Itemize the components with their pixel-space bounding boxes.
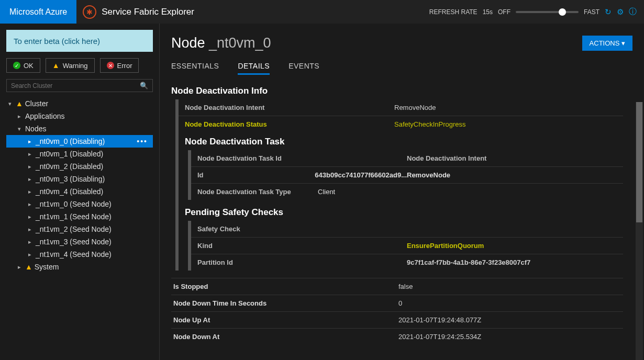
task-id-label: Id [197,171,315,179]
caret-right-icon: ▸ [28,188,36,195]
is-stopped-label: Is Stopped [173,283,398,290]
error-icon: ✕ [107,62,114,69]
deact-task-heading: Node Deactivation Task [185,137,623,147]
safety-kind-value: EnsurePartitionQuorum [407,242,484,250]
tree-node-label: _nt1vm_0 (Seed Node) [36,200,112,208]
ok-icon: ✓ [13,62,20,69]
caret-right-icon: ▸ [28,138,36,145]
scrollbar[interactable] [636,102,643,360]
status-warning-button[interactable]: ▲ Warning [46,58,95,73]
page-title-name: _nt0vm_0 [209,35,271,51]
azure-brand[interactable]: Microsoft Azure [0,0,76,24]
up-at-value: 2021-01-07T19:24:48.077Z [398,316,481,324]
safety-partition-label: Partition Id [197,258,407,266]
status-ok-label: OK [24,62,34,70]
tab-events[interactable]: EVENTS [288,59,319,75]
deact-info-block: Node Deactivation Intent RemoveNode Node… [175,99,623,271]
deact-intent-label: Node Deactivation Intent [185,104,394,111]
caret-right-icon: ▸ [28,176,36,183]
caret-right-icon: ▸ [28,213,36,220]
tree-node-_nt0vm_4[interactable]: ▸_nt0vm_4 (Disabled) [6,185,153,198]
tree-node-label: _nt1vm_1 (Seed Node) [36,212,112,221]
tree-node-_nt0vm_3[interactable]: ▸_nt0vm_3 (Disabling) [6,173,153,185]
sf-logo-icon: ✱ [83,5,96,19]
tree-node-_nt1vm_2[interactable]: ▸_nt1vm_2 (Seed Node) [6,223,153,235]
tab-details[interactable]: DETAILS [238,59,270,75]
tree-node-_nt1vm_4[interactable]: ▸_nt1vm_4 (Seed Node) [6,248,153,261]
sidebar: To enter beta (click here) ✓ OK ▲ Warnin… [0,24,160,360]
tree-node-_nt0vm_1[interactable]: ▸_nt0vm_1 (Disabled) [6,148,153,160]
tree-node-_nt0vm_2[interactable]: ▸_nt0vm_2 (Disabled) [6,160,153,173]
search-cluster[interactable]: 🔍 [6,79,153,92]
nav-tree: ▾ ▲ Cluster ▸ Applications ▾ Nodes ▸_nt0… [6,97,153,273]
tree-node-_nt1vm_1[interactable]: ▸_nt1vm_1 (Seed Node) [6,210,153,223]
down-secs-label: Node Down Time In Seconds [173,299,398,307]
tree-node-_nt1vm_0[interactable]: ▸_nt1vm_0 (Seed Node) [6,198,153,210]
down-secs-value: 0 [398,299,402,307]
deact-status-value: SafetyCheckInProgress [394,120,466,128]
down-at-value: 2021-01-07T19:24:25.534Z [398,333,481,341]
page-title: Node _nt0vm_0 [171,35,271,51]
refresh-fast-label: FAST [584,8,599,16]
caret-right-icon: ▸ [18,264,25,271]
tree-nodes-label: Nodes [25,125,46,133]
tabs: ESSENTIALS DETAILS EVENTS [171,59,632,75]
app-title: Service Fabric Explorer [102,0,194,24]
tree-node-_nt0vm_0[interactable]: ▸_nt0vm_0 (Disabling)••• [6,135,153,148]
up-at-label: Node Up At [173,316,398,324]
warning-icon: ▲ [52,61,60,70]
gear-icon[interactable]: ⚙ [617,7,624,17]
caret-right-icon: ▸ [18,113,25,120]
actions-label: ACTIONS [590,39,620,47]
status-warning-label: Warning [63,62,88,70]
scrollbar-thumb[interactable] [636,102,642,222]
refresh-rate-value: 15s [483,8,493,16]
refresh-icon[interactable]: ↻ [605,7,612,17]
task-type-value: Client [318,188,335,196]
content-pane: Node _nt0vm_0 ACTIONS ▾ ESSENTIALS DETAI… [160,24,644,360]
beta-banner[interactable]: To enter beta (click here) [6,30,153,52]
page-title-prefix: Node [171,35,209,51]
is-stopped-value: false [398,283,413,290]
status-error-button[interactable]: ✕ Error [100,58,139,73]
warning-icon: ▲ [16,99,23,108]
search-icon: 🔍 [140,82,148,89]
tree-node-label: _nt0vm_0 (Disabling) [36,137,105,145]
tree-system[interactable]: ▸ ▲ System [6,261,153,273]
tab-essentials[interactable]: ESSENTIALS [171,59,219,75]
tree-node-label: _nt0vm_4 (Disabled) [36,187,103,196]
tree-node-_nt1vm_3[interactable]: ▸_nt1vm_3 (Seed Node) [6,235,153,248]
status-ok-button[interactable]: ✓ OK [6,58,40,73]
deact-task-block: Node Deactivation Task Id Node Deactivat… [188,150,623,200]
refresh-off-label: OFF [498,8,510,16]
refresh-slider[interactable] [516,11,579,13]
down-at-label: Node Down At [173,333,398,341]
safety-heading: Pending Safety Checks [185,207,623,218]
task-type-label: Node Deactivation Task Type [197,188,318,196]
more-icon[interactable]: ••• [137,137,151,145]
tree-system-label: System [35,263,59,271]
slider-thumb[interactable] [559,8,566,16]
deact-info-heading: Node Deactivation Info [171,86,623,96]
caret-down-icon: ▾ [621,39,625,47]
actions-button[interactable]: ACTIONS ▾ [582,36,632,51]
tree-node-label: _nt1vm_4 (Seed Node) [36,250,112,258]
tree-node-label: _nt1vm_3 (Seed Node) [36,238,112,246]
tree-applications[interactable]: ▸ Applications [6,110,153,122]
tree-nodes[interactable]: ▾ Nodes [6,122,153,135]
task-id-value: 643b09cc741077f66602ad9... [315,171,407,179]
safety-check-header: Safety Check [197,225,407,233]
tree-cluster-label: Cluster [25,99,48,108]
info-icon[interactable]: ⓘ [629,7,637,17]
tree-cluster[interactable]: ▾ ▲ Cluster [6,97,153,110]
refresh-rate-label: REFRESH RATE [429,8,478,16]
caret-right-icon: ▸ [28,239,36,245]
task-intent-header: Node Deactivation Intent [407,154,486,162]
caret-down-icon: ▾ [18,126,25,132]
caret-right-icon: ▸ [28,251,36,258]
caret-down-icon: ▾ [8,100,16,107]
deact-intent-value: RemoveNode [394,104,436,111]
tree-node-label: _nt0vm_2 (Disabled) [36,162,103,171]
search-input[interactable] [11,82,140,89]
details-scroll[interactable]: Node Deactivation Info Node Deactivation… [171,82,632,354]
